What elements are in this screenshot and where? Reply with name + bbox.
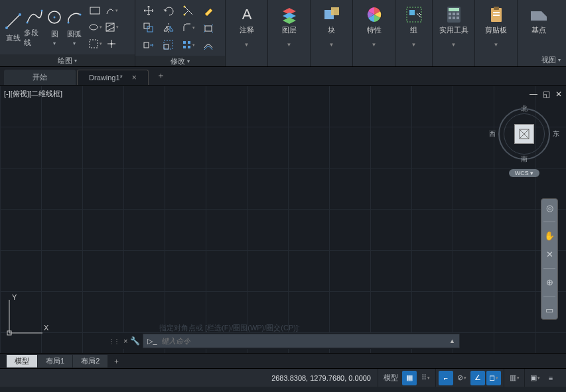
svg-rect-38 bbox=[449, 13, 451, 15]
layout-add-button[interactable]: ＋ bbox=[108, 356, 124, 366]
group-panel[interactable]: 组▼ bbox=[395, 0, 433, 66]
stretch-button[interactable] bbox=[139, 37, 158, 53]
explode-button[interactable] bbox=[199, 20, 218, 36]
svg-rect-24 bbox=[164, 44, 169, 49]
svg-rect-11 bbox=[106, 23, 114, 31]
status-workspace-button[interactable]: ▣▾ bbox=[528, 371, 542, 385]
mirror-button[interactable] bbox=[159, 20, 178, 36]
viewport-label[interactable]: [-][俯视][二维线框] bbox=[4, 89, 62, 99]
compass-west[interactable]: 西 bbox=[489, 129, 496, 139]
svg-rect-41 bbox=[449, 17, 451, 19]
status-ortho-button[interactable]: ⌐ bbox=[439, 371, 453, 385]
svg-line-13 bbox=[106, 27, 114, 31]
trim-button[interactable] bbox=[179, 3, 198, 19]
compass-east[interactable]: 东 bbox=[553, 129, 559, 139]
svg-point-2 bbox=[19, 13, 21, 16]
annotate-panel[interactable]: A 注释▼ bbox=[226, 0, 268, 66]
group-icon bbox=[405, 4, 423, 25]
command-drag-handle[interactable]: ⋮⋮ bbox=[106, 338, 121, 345]
rotate-button[interactable] bbox=[159, 3, 178, 19]
minimize-icon[interactable]: — bbox=[530, 90, 537, 99]
point-button[interactable] bbox=[104, 36, 119, 51]
draw-group-label[interactable]: 绘图▾ bbox=[0, 54, 135, 66]
svg-rect-42 bbox=[453, 17, 455, 19]
modify-group-label[interactable]: 修改▾ bbox=[135, 56, 225, 66]
move-icon bbox=[143, 5, 155, 17]
svg-rect-47 bbox=[493, 15, 500, 16]
region-button[interactable] bbox=[88, 36, 102, 51]
tab-start[interactable]: 开始 bbox=[4, 70, 76, 85]
fillet-icon bbox=[182, 22, 192, 34]
svg-rect-45 bbox=[494, 7, 499, 10]
arc-button[interactable]: 圆弧 ▾ bbox=[64, 7, 85, 48]
status-bar: 2683.8308, 1279.7680, 0.0000 模型 ▦ ⠿▾ ⌐ ⊘… bbox=[0, 368, 566, 387]
new-tab-button[interactable]: ＋ bbox=[153, 69, 169, 82]
orbit-icon[interactable]: ⊕ bbox=[546, 277, 553, 287]
tab-drawing1[interactable]: Drawing1*× bbox=[77, 70, 149, 85]
command-line-wrap: ⋮⋮ × 🔧 ▷_ ▲ bbox=[106, 333, 460, 349]
properties-panel[interactable]: 特性▼ bbox=[353, 0, 395, 66]
svg-point-8 bbox=[80, 14, 82, 16]
block-panel[interactable]: 块▼ bbox=[311, 0, 353, 66]
status-polar-button[interactable]: ⊘▾ bbox=[455, 371, 469, 385]
status-lineweight-button[interactable]: ▥▾ bbox=[507, 371, 522, 385]
circle-button[interactable]: 圆 ▾ bbox=[45, 7, 64, 48]
pan-icon[interactable]: ✋ bbox=[544, 231, 555, 241]
view-group-label[interactable]: 视图▾ bbox=[541, 55, 561, 65]
layout-tab-1[interactable]: 布局1 bbox=[38, 355, 73, 367]
layout-tab-model[interactable]: 模型 bbox=[7, 355, 38, 367]
rectangle-button[interactable] bbox=[88, 3, 102, 18]
spline-button[interactable] bbox=[104, 3, 119, 18]
utils-panel[interactable]: 实用工具▼ bbox=[433, 0, 475, 66]
status-model-button[interactable]: 模型 bbox=[381, 371, 401, 385]
array-icon bbox=[182, 39, 192, 51]
circle-label: 圆 bbox=[51, 29, 58, 39]
zoom-extents-icon[interactable]: ✕ bbox=[546, 249, 553, 259]
offset-button[interactable] bbox=[199, 37, 218, 53]
status-otrack-button[interactable]: ∠ bbox=[470, 371, 485, 385]
compass-south[interactable]: 南 bbox=[521, 155, 528, 164]
close-icon[interactable]: ✕ bbox=[555, 90, 562, 99]
move-button[interactable] bbox=[139, 3, 158, 19]
command-history-button[interactable]: ▲ bbox=[449, 338, 455, 344]
showmotion-icon[interactable]: ▭ bbox=[545, 305, 553, 315]
command-input[interactable] bbox=[161, 337, 446, 345]
text-icon: A bbox=[237, 4, 257, 25]
fillet-button[interactable] bbox=[179, 20, 198, 36]
line-button[interactable]: 直线 bbox=[3, 7, 24, 48]
command-customize-icon[interactable]: 🔧 bbox=[130, 336, 140, 346]
ribbon: 直线 多段线 圆 ▾ 圆弧 ▾ bbox=[0, 0, 566, 67]
status-grid-button[interactable]: ▦ bbox=[402, 371, 417, 385]
rectangle-icon bbox=[89, 5, 101, 17]
grid-background bbox=[0, 86, 566, 353]
erase-button[interactable] bbox=[199, 3, 218, 19]
scale-button[interactable] bbox=[159, 37, 178, 53]
hatch-button[interactable] bbox=[104, 20, 119, 34]
layout-tab-2[interactable]: 布局2 bbox=[73, 355, 108, 367]
command-line[interactable]: ▷_ ▲ bbox=[143, 334, 460, 348]
status-osnap-button[interactable]: ◻▾ bbox=[486, 371, 501, 385]
close-tab-icon[interactable]: × bbox=[132, 73, 137, 82]
nav-wheel-icon[interactable]: ◎ bbox=[546, 203, 553, 213]
layers-panel[interactable]: 图层▼ bbox=[268, 0, 311, 66]
svg-point-19 bbox=[184, 14, 186, 16]
drawing-area[interactable]: [-][俯视][二维线框] — ◱ ✕ 北 南 西 东 WCS ▾ ◎ ✋ ✕ … bbox=[0, 86, 566, 353]
status-snap-button[interactable]: ⠿▾ bbox=[418, 371, 433, 385]
view-cube[interactable]: 北 南 西 东 WCS ▾ bbox=[494, 108, 554, 188]
polyline-button[interactable]: 多段线 bbox=[24, 7, 45, 48]
status-customize-button[interactable]: ≡ bbox=[543, 371, 558, 385]
compass-north[interactable]: 北 bbox=[521, 104, 528, 113]
command-close-icon[interactable]: × bbox=[123, 337, 127, 345]
line-label: 直线 bbox=[6, 33, 21, 43]
clipboard-panel[interactable]: 剪贴板▼ bbox=[475, 0, 518, 66]
copy-button[interactable] bbox=[139, 20, 158, 36]
wcs-badge[interactable]: WCS ▾ bbox=[509, 169, 540, 177]
maximize-icon[interactable]: ◱ bbox=[543, 90, 550, 99]
svg-rect-32 bbox=[331, 7, 339, 15]
array-button[interactable] bbox=[179, 37, 198, 53]
polyline-label: 多段线 bbox=[24, 28, 45, 48]
coordinates-readout[interactable]: 2683.8308, 1279.7680, 0.0000 bbox=[271, 374, 371, 382]
ellipse-button[interactable] bbox=[88, 20, 102, 34]
polyline-icon bbox=[25, 7, 44, 27]
cube-face-top[interactable] bbox=[514, 124, 534, 144]
